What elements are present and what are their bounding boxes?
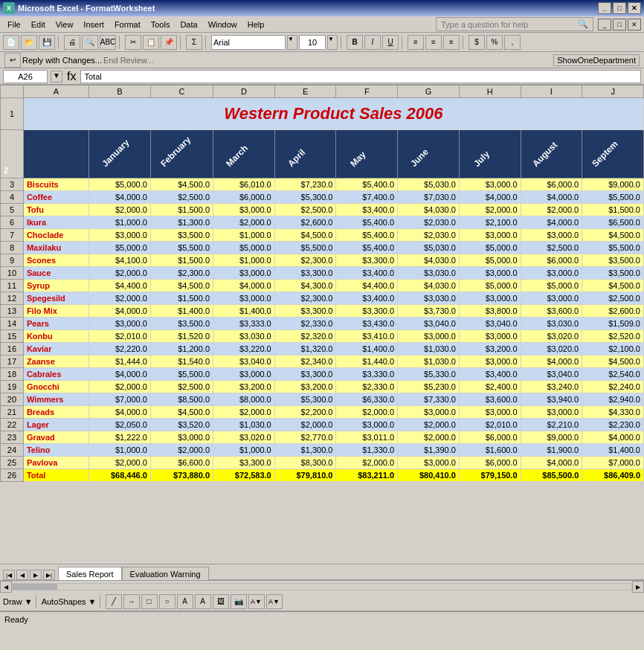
- ribbon-restore-button[interactable]: □: [613, 19, 626, 30]
- value-cell[interactable]: $3,000.0: [521, 292, 582, 305]
- value-cell[interactable]: $5,300.0: [274, 191, 336, 204]
- value-cell[interactable]: $6,010.0: [213, 178, 275, 191]
- value-cell[interactable]: $1,390.0: [398, 444, 460, 457]
- value-cell[interactable]: $2,000.0: [336, 457, 398, 469]
- value-cell[interactable]: $3,030.0: [398, 267, 460, 280]
- value-cell[interactable]: $1,030.0: [213, 419, 275, 431]
- product-name-cell[interactable]: Choclade: [23, 229, 88, 242]
- value-cell[interactable]: $1,500.0: [150, 292, 213, 305]
- total-value-cell[interactable]: $73,880.0: [150, 469, 213, 482]
- value-cell[interactable]: $7,400.0: [336, 191, 398, 204]
- value-cell[interactable]: $2,030.0: [398, 229, 460, 242]
- value-cell[interactable]: $1,400.0: [213, 305, 275, 318]
- menu-file[interactable]: File: [3, 19, 25, 30]
- value-cell[interactable]: $4,000.0: [89, 368, 151, 381]
- value-cell[interactable]: $3,730.0: [398, 305, 460, 318]
- value-cell[interactable]: $3,200.0: [459, 343, 521, 355]
- value-cell[interactable]: $5,330.0: [398, 368, 460, 381]
- value-cell[interactable]: $2,340.0: [274, 355, 336, 368]
- tab-prev-button[interactable]: ◀: [16, 570, 28, 580]
- value-cell[interactable]: $2,000.0: [274, 419, 336, 431]
- bold-button[interactable]: B: [347, 35, 363, 50]
- product-name-cell[interactable]: Konbu: [23, 330, 88, 343]
- value-cell[interactable]: $5,030.0: [398, 178, 460, 191]
- value-cell[interactable]: $3,220.0: [213, 343, 275, 355]
- product-name-cell[interactable]: Pears: [23, 318, 88, 330]
- oval-button[interactable]: ○: [159, 594, 176, 609]
- tab-next-button[interactable]: ▶: [30, 570, 42, 580]
- tab-last-button[interactable]: ▶|: [43, 570, 55, 580]
- value-cell[interactable]: $1,000.0: [213, 254, 275, 267]
- value-cell[interactable]: $4,000.0: [521, 355, 582, 368]
- value-cell[interactable]: $6,000.0: [459, 431, 521, 444]
- menu-window[interactable]: Window: [204, 19, 242, 30]
- value-cell[interactable]: $1,520.0: [150, 330, 213, 343]
- wordart-button[interactable]: A: [195, 594, 211, 609]
- value-cell[interactable]: $1,900.0: [521, 444, 582, 457]
- value-cell[interactable]: $2,000.0: [336, 406, 398, 419]
- value-cell[interactable]: $3,000.0: [459, 406, 521, 419]
- sum-button[interactable]: Σ: [186, 35, 202, 50]
- value-cell[interactable]: $2,500.0: [582, 292, 644, 305]
- value-cell[interactable]: $6,000.0: [459, 457, 521, 469]
- value-cell[interactable]: $1,400.0: [582, 444, 644, 457]
- value-cell[interactable]: $4,000.0: [89, 406, 151, 419]
- menu-help[interactable]: Help: [243, 19, 269, 30]
- value-cell[interactable]: $4,100.0: [89, 254, 151, 267]
- value-cell[interactable]: $3,500.0: [582, 254, 644, 267]
- value-cell[interactable]: $3,240.0: [521, 381, 582, 393]
- ribbon-minimize-button[interactable]: _: [598, 19, 611, 30]
- menu-view[interactable]: View: [51, 19, 78, 30]
- value-cell[interactable]: $4,400.0: [336, 280, 398, 292]
- value-cell[interactable]: $4,000.0: [521, 457, 582, 469]
- value-cell[interactable]: $4,500.0: [150, 406, 213, 419]
- product-name-cell[interactable]: Lager: [23, 419, 88, 431]
- help-search-input[interactable]: [441, 20, 575, 29]
- value-cell[interactable]: $5,500.0: [582, 242, 644, 254]
- value-cell[interactable]: $1,000.0: [89, 216, 151, 229]
- menu-insert[interactable]: Insert: [79, 19, 109, 30]
- rect-button[interactable]: □: [141, 594, 158, 609]
- value-cell[interactable]: $3,000.0: [213, 267, 275, 280]
- scroll-thumb-horizontal[interactable]: [13, 584, 57, 590]
- percent-button[interactable]: %: [486, 35, 503, 50]
- paste-button[interactable]: 📌: [161, 35, 177, 50]
- spell-button[interactable]: ABC: [100, 35, 116, 50]
- product-name-cell[interactable]: Gravad: [23, 431, 88, 444]
- value-cell[interactable]: $1,000.0: [213, 229, 275, 242]
- value-cell[interactable]: $3,200.0: [213, 381, 275, 393]
- new-button[interactable]: 📄: [3, 35, 19, 50]
- value-cell[interactable]: $2,520.0: [582, 330, 644, 343]
- value-cell[interactable]: $2,500.0: [521, 242, 582, 254]
- product-name-cell[interactable]: Maxilaku: [23, 242, 88, 254]
- value-cell[interactable]: $3,300.0: [274, 305, 336, 318]
- value-cell[interactable]: $3,330.0: [336, 368, 398, 381]
- tab-first-button[interactable]: |◀: [3, 570, 15, 580]
- copy-button[interactable]: 📋: [143, 35, 159, 50]
- value-cell[interactable]: $4,030.0: [398, 280, 460, 292]
- image-button[interactable]: 📷: [231, 594, 247, 609]
- total-value-cell[interactable]: $68,446.0: [89, 469, 151, 482]
- value-cell[interactable]: $2,000.0: [521, 204, 582, 216]
- minimize-button[interactable]: _: [598, 2, 611, 14]
- dropdown-cell-ref-button[interactable]: ▼: [51, 71, 62, 83]
- value-cell[interactable]: $6,500.0: [582, 216, 644, 229]
- value-cell[interactable]: $8,500.0: [150, 393, 213, 406]
- value-cell[interactable]: $1,500.0: [582, 204, 644, 216]
- value-cell[interactable]: $5,500.0: [274, 242, 336, 254]
- value-cell[interactable]: $2,220.0: [89, 343, 151, 355]
- value-cell[interactable]: $2,600.0: [582, 305, 644, 318]
- product-name-cell[interactable]: Pavlova: [23, 457, 88, 469]
- reply-button[interactable]: ↩: [4, 53, 21, 68]
- col-header-F[interactable]: F: [336, 86, 398, 98]
- value-cell[interactable]: $3,000.0: [213, 292, 275, 305]
- value-cell[interactable]: $1,540.0: [150, 355, 213, 368]
- value-cell[interactable]: $4,000.0: [89, 305, 151, 318]
- value-cell[interactable]: $3,800.0: [459, 305, 521, 318]
- value-cell[interactable]: $2,100.0: [582, 343, 644, 355]
- textbox-button[interactable]: A: [177, 594, 193, 609]
- value-cell[interactable]: $4,330.0: [582, 406, 644, 419]
- value-cell[interactable]: $3,400.0: [336, 292, 398, 305]
- product-name-cell[interactable]: Breads: [23, 406, 88, 419]
- value-cell[interactable]: $5,400.0: [336, 242, 398, 254]
